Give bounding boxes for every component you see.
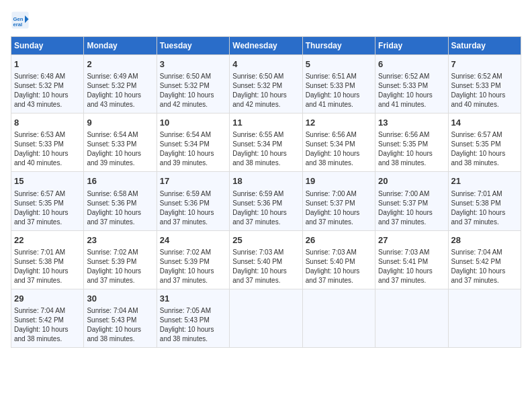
day-number: 8 — [14, 117, 81, 129]
day-info: Sunrise: 6:59 AM Sunset: 5:36 PM Dayligh… — [160, 189, 226, 227]
calendar-cell: 13Sunrise: 6:56 AM Sunset: 5:35 PM Dayli… — [375, 113, 448, 172]
day-info: Sunrise: 7:05 AM Sunset: 5:43 PM Dayligh… — [160, 306, 226, 344]
day-number: 5 — [306, 58, 372, 71]
calendar-cell: 15Sunrise: 6:57 AM Sunset: 5:35 PM Dayli… — [11, 172, 84, 230]
day-info: Sunrise: 6:48 AM Sunset: 5:32 PM Dayligh… — [14, 72, 81, 109]
day-info: Sunrise: 6:49 AM Sunset: 5:32 PM Dayligh… — [87, 72, 153, 109]
day-info: Sunrise: 6:57 AM Sunset: 5:35 PM Dayligh… — [451, 130, 518, 168]
day-number: 30 — [87, 293, 153, 305]
day-number: 22 — [14, 234, 81, 246]
day-number: 23 — [87, 234, 153, 246]
calendar-cell: 2Sunrise: 6:49 AM Sunset: 5:32 PM Daylig… — [84, 55, 157, 113]
day-number: 2 — [87, 58, 153, 71]
calendar-cell — [302, 289, 375, 347]
day-number: 26 — [306, 234, 372, 246]
day-info: Sunrise: 6:59 AM Sunset: 5:36 PM Dayligh… — [232, 189, 299, 227]
day-info: Sunrise: 7:04 AM Sunset: 5:43 PM Dayligh… — [87, 306, 153, 344]
calendar-cell: 22Sunrise: 7:01 AM Sunset: 5:38 PM Dayli… — [11, 230, 84, 289]
day-info: Sunrise: 7:03 AM Sunset: 5:40 PM Dayligh… — [232, 248, 299, 285]
day-number: 24 — [160, 234, 226, 246]
day-number: 6 — [378, 58, 445, 71]
day-number: 4 — [232, 58, 299, 71]
day-number: 1 — [14, 58, 81, 71]
day-info: Sunrise: 6:50 AM Sunset: 5:32 PM Dayligh… — [232, 72, 299, 109]
day-number: 29 — [14, 293, 81, 305]
day-info: Sunrise: 6:52 AM Sunset: 5:33 PM Dayligh… — [378, 72, 445, 109]
day-info: Sunrise: 6:52 AM Sunset: 5:33 PM Dayligh… — [451, 72, 518, 109]
day-info: Sunrise: 7:03 AM Sunset: 5:40 PM Dayligh… — [306, 248, 372, 285]
day-info: Sunrise: 6:54 AM Sunset: 5:33 PM Dayligh… — [87, 130, 153, 168]
week-row-3: 15Sunrise: 6:57 AM Sunset: 5:35 PM Dayli… — [11, 172, 521, 230]
calendar-cell — [230, 289, 302, 347]
col-header-thursday: Thursday — [302, 37, 375, 55]
day-info: Sunrise: 6:51 AM Sunset: 5:33 PM Dayligh… — [306, 72, 372, 109]
calendar-cell: 12Sunrise: 6:56 AM Sunset: 5:34 PM Dayli… — [302, 113, 375, 172]
calendar-cell: 9Sunrise: 6:54 AM Sunset: 5:33 PM Daylig… — [84, 113, 157, 172]
day-number: 21 — [451, 175, 518, 187]
day-info: Sunrise: 6:57 AM Sunset: 5:35 PM Dayligh… — [14, 189, 81, 227]
week-row-1: 1Sunrise: 6:48 AM Sunset: 5:32 PM Daylig… — [11, 55, 521, 113]
day-number: 25 — [232, 234, 299, 246]
col-header-wednesday: Wednesday — [230, 37, 302, 55]
week-row-4: 22Sunrise: 7:01 AM Sunset: 5:38 PM Dayli… — [11, 230, 521, 289]
day-number: 20 — [378, 175, 445, 187]
day-info: Sunrise: 6:50 AM Sunset: 5:32 PM Dayligh… — [160, 72, 226, 109]
day-info: Sunrise: 7:00 AM Sunset: 5:37 PM Dayligh… — [306, 189, 372, 227]
day-number: 28 — [451, 234, 518, 246]
calendar-cell: 24Sunrise: 7:02 AM Sunset: 5:39 PM Dayli… — [157, 230, 229, 289]
calendar-cell: 26Sunrise: 7:03 AM Sunset: 5:40 PM Dayli… — [302, 230, 375, 289]
calendar-cell: 11Sunrise: 6:55 AM Sunset: 5:34 PM Dayli… — [230, 113, 302, 172]
calendar-cell: 5Sunrise: 6:51 AM Sunset: 5:33 PM Daylig… — [302, 55, 375, 113]
day-info: Sunrise: 7:00 AM Sunset: 5:37 PM Dayligh… — [378, 189, 445, 227]
day-info: Sunrise: 6:54 AM Sunset: 5:34 PM Dayligh… — [160, 130, 226, 168]
day-number: 14 — [451, 117, 518, 129]
day-info: Sunrise: 6:56 AM Sunset: 5:34 PM Dayligh… — [306, 130, 372, 168]
calendar-cell: 4Sunrise: 6:50 AM Sunset: 5:32 PM Daylig… — [230, 55, 302, 113]
calendar-cell: 27Sunrise: 7:03 AM Sunset: 5:41 PM Dayli… — [375, 230, 448, 289]
day-number: 16 — [87, 175, 153, 187]
week-row-5: 29Sunrise: 7:04 AM Sunset: 5:42 PM Dayli… — [11, 289, 521, 347]
calendar-cell: 25Sunrise: 7:03 AM Sunset: 5:40 PM Dayli… — [230, 230, 302, 289]
day-number: 31 — [160, 293, 226, 305]
day-info: Sunrise: 7:04 AM Sunset: 5:42 PM Dayligh… — [451, 248, 518, 285]
day-number: 19 — [306, 175, 372, 187]
logo: Gen eral — [11, 11, 33, 30]
day-info: Sunrise: 7:01 AM Sunset: 5:38 PM Dayligh… — [451, 189, 518, 227]
col-header-tuesday: Tuesday — [157, 37, 229, 55]
day-number: 12 — [306, 117, 372, 129]
calendar-cell: 20Sunrise: 7:00 AM Sunset: 5:37 PM Dayli… — [375, 172, 448, 230]
day-number: 13 — [378, 117, 445, 129]
week-row-2: 8Sunrise: 6:53 AM Sunset: 5:33 PM Daylig… — [11, 113, 521, 172]
calendar-cell: 7Sunrise: 6:52 AM Sunset: 5:33 PM Daylig… — [448, 55, 521, 113]
calendar-header-row: SundayMondayTuesdayWednesdayThursdayFrid… — [11, 37, 521, 55]
calendar-cell: 6Sunrise: 6:52 AM Sunset: 5:33 PM Daylig… — [375, 55, 448, 113]
day-info: Sunrise: 7:03 AM Sunset: 5:41 PM Dayligh… — [378, 248, 445, 285]
day-number: 10 — [160, 117, 226, 129]
day-info: Sunrise: 7:02 AM Sunset: 5:39 PM Dayligh… — [160, 248, 226, 285]
col-header-monday: Monday — [84, 37, 157, 55]
day-number: 7 — [451, 58, 518, 71]
calendar-cell — [375, 289, 448, 347]
calendar-cell: 16Sunrise: 6:58 AM Sunset: 5:36 PM Dayli… — [84, 172, 157, 230]
day-info: Sunrise: 6:56 AM Sunset: 5:35 PM Dayligh… — [378, 130, 445, 168]
calendar-cell: 14Sunrise: 6:57 AM Sunset: 5:35 PM Dayli… — [448, 113, 521, 172]
calendar-cell: 29Sunrise: 7:04 AM Sunset: 5:42 PM Dayli… — [11, 289, 84, 347]
day-number: 9 — [87, 117, 153, 129]
day-info: Sunrise: 7:04 AM Sunset: 5:42 PM Dayligh… — [14, 306, 81, 344]
calendar-cell: 31Sunrise: 7:05 AM Sunset: 5:43 PM Dayli… — [157, 289, 229, 347]
calendar-cell: 23Sunrise: 7:02 AM Sunset: 5:39 PM Dayli… — [84, 230, 157, 289]
col-header-friday: Friday — [375, 37, 448, 55]
calendar-cell: 18Sunrise: 6:59 AM Sunset: 5:36 PM Dayli… — [230, 172, 302, 230]
day-info: Sunrise: 6:58 AM Sunset: 5:36 PM Dayligh… — [87, 189, 153, 227]
day-info: Sunrise: 7:01 AM Sunset: 5:38 PM Dayligh… — [14, 248, 81, 285]
calendar-cell: 28Sunrise: 7:04 AM Sunset: 5:42 PM Dayli… — [448, 230, 521, 289]
svg-text:eral: eral — [13, 21, 23, 28]
day-info: Sunrise: 6:53 AM Sunset: 5:33 PM Dayligh… — [14, 130, 81, 168]
day-number: 15 — [14, 175, 81, 187]
logo-icon: Gen eral — [11, 11, 30, 30]
day-number: 11 — [232, 117, 299, 129]
day-number: 17 — [160, 175, 226, 187]
calendar-cell: 10Sunrise: 6:54 AM Sunset: 5:34 PM Dayli… — [157, 113, 229, 172]
calendar-cell: 3Sunrise: 6:50 AM Sunset: 5:32 PM Daylig… — [157, 55, 229, 113]
day-info: Sunrise: 6:55 AM Sunset: 5:34 PM Dayligh… — [232, 130, 299, 168]
